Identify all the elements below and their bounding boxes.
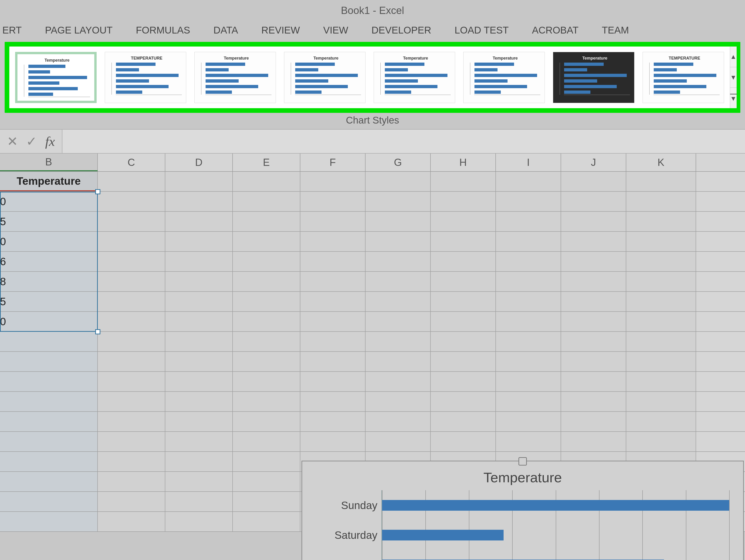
chart-title[interactable]: Temperature	[302, 461, 743, 490]
cell-H-10[interactable]	[431, 352, 496, 371]
cell-E-2[interactable]	[233, 192, 300, 211]
cell-J-5[interactable]	[561, 252, 626, 271]
cell-H-6[interactable]	[431, 272, 496, 291]
column-header-H[interactable]: H	[431, 153, 496, 171]
cell-D-15[interactable]	[165, 452, 233, 471]
cell-H-9[interactable]	[431, 332, 496, 351]
cell-K-7[interactable]	[626, 292, 696, 311]
cell-H-13[interactable]	[431, 412, 496, 431]
cell-G-1[interactable]	[365, 172, 431, 191]
chart-style-thumb-3[interactable]: Temperature	[194, 52, 276, 103]
cell-G-8[interactable]	[365, 312, 431, 331]
cell-I-5[interactable]	[496, 252, 561, 271]
cell-C-7[interactable]	[98, 292, 165, 311]
cell-J-4[interactable]	[561, 232, 626, 251]
chart-style-thumb-5[interactable]: Temperature	[374, 52, 455, 103]
selection-handle[interactable]	[95, 329, 100, 334]
cell-C-15[interactable]	[98, 452, 165, 471]
cell-C-11[interactable]	[98, 372, 165, 391]
cell-F-7[interactable]	[300, 292, 365, 311]
column-header-I[interactable]: I	[496, 153, 561, 171]
cell-K-5[interactable]	[626, 252, 696, 271]
cell-D-2[interactable]	[165, 192, 233, 211]
cell-C-1[interactable]	[98, 172, 165, 191]
cell-G-7[interactable]	[365, 292, 431, 311]
cell-K-6[interactable]	[626, 272, 696, 291]
chart-style-thumb-8[interactable]: TEMPERATURE	[643, 52, 724, 103]
cell-J-3[interactable]	[561, 212, 626, 231]
cell-B-1[interactable]: Temperature	[0, 172, 98, 191]
cell-F-1[interactable]	[300, 172, 365, 191]
cell-B-10[interactable]	[0, 352, 98, 371]
column-header-D[interactable]: D	[165, 153, 233, 171]
cell-I-3[interactable]	[496, 212, 561, 231]
cell-E-1[interactable]	[233, 172, 300, 191]
cell-B-3[interactable]: 5	[0, 212, 98, 231]
cell-H-7[interactable]	[431, 292, 496, 311]
cell-B-18[interactable]	[0, 512, 98, 531]
cell-D-1[interactable]	[165, 172, 233, 191]
cell-K-9[interactable]	[626, 332, 696, 351]
gallery-scroll-up[interactable]: ▲	[730, 46, 737, 67]
cell-D-7[interactable]	[165, 292, 233, 311]
cell-H-5[interactable]	[431, 252, 496, 271]
cell-E-13[interactable]	[233, 412, 300, 431]
cell-B-9[interactable]	[0, 332, 98, 351]
cell-E-7[interactable]	[233, 292, 300, 311]
cell-G-3[interactable]	[365, 212, 431, 231]
cell-E-17[interactable]	[233, 492, 300, 512]
ribbon-tab-view[interactable]: VIEW	[312, 25, 360, 36]
cell-E-14[interactable]	[233, 432, 300, 451]
cell-I-14[interactable]	[496, 432, 561, 451]
ribbon-tab-developer[interactable]: DEVELOPER	[360, 25, 443, 36]
cell-G-13[interactable]	[365, 412, 431, 431]
cell-J-12[interactable]	[561, 392, 626, 411]
cell-D-10[interactable]	[165, 352, 233, 371]
embedded-chart[interactable]: Temperature SundaySaturdayFridayThursday…	[301, 461, 744, 560]
cell-E-16[interactable]	[233, 472, 300, 491]
cell-K-11[interactable]	[626, 372, 696, 391]
cell-H-12[interactable]	[431, 392, 496, 411]
column-header-G[interactable]: G	[365, 153, 431, 171]
cell-G-12[interactable]	[365, 392, 431, 411]
cell-C-16[interactable]	[98, 472, 165, 491]
cell-F-6[interactable]	[300, 272, 365, 291]
cell-E-4[interactable]	[233, 232, 300, 251]
cell-C-9[interactable]	[98, 332, 165, 351]
cell-I-10[interactable]	[496, 352, 561, 371]
cell-D-13[interactable]	[165, 412, 233, 431]
cell-I-12[interactable]	[496, 392, 561, 411]
cell-C-3[interactable]	[98, 212, 165, 231]
cell-J-10[interactable]	[561, 352, 626, 371]
chart-style-thumb-1[interactable]: Temperature	[15, 52, 97, 103]
cell-G-2[interactable]	[365, 192, 431, 211]
cell-H-3[interactable]	[431, 212, 496, 231]
chart-style-thumb-6[interactable]: Temperature	[463, 52, 545, 103]
cell-D-14[interactable]	[165, 432, 233, 451]
column-header-K[interactable]: K	[626, 153, 696, 171]
ribbon-tab-review[interactable]: REVIEW	[250, 25, 312, 36]
cell-F-13[interactable]	[300, 412, 365, 431]
cell-B-13[interactable]	[0, 412, 98, 431]
cell-C-2[interactable]	[98, 192, 165, 211]
cell-I-2[interactable]	[496, 192, 561, 211]
cell-J-8[interactable]	[561, 312, 626, 331]
cell-K-4[interactable]	[626, 232, 696, 251]
cell-B-14[interactable]	[0, 432, 98, 451]
cell-I-11[interactable]	[496, 372, 561, 391]
chart-bar[interactable]	[382, 500, 729, 511]
gallery-more-button[interactable]: ▼	[730, 88, 737, 108]
cell-K-8[interactable]	[626, 312, 696, 331]
cell-C-10[interactable]	[98, 352, 165, 371]
ribbon-tab-formulas[interactable]: FORMULAS	[124, 25, 202, 36]
cell-D-17[interactable]	[165, 492, 233, 512]
cell-C-6[interactable]	[98, 272, 165, 291]
cell-J-6[interactable]	[561, 272, 626, 291]
cell-D-12[interactable]	[165, 392, 233, 411]
ribbon-tab-data[interactable]: DATA	[202, 25, 250, 36]
ribbon-tab-load-test[interactable]: LOAD TEST	[443, 25, 520, 36]
cell-G-10[interactable]	[365, 352, 431, 371]
cell-J-9[interactable]	[561, 332, 626, 351]
cell-J-14[interactable]	[561, 432, 626, 451]
cell-F-3[interactable]	[300, 212, 365, 231]
